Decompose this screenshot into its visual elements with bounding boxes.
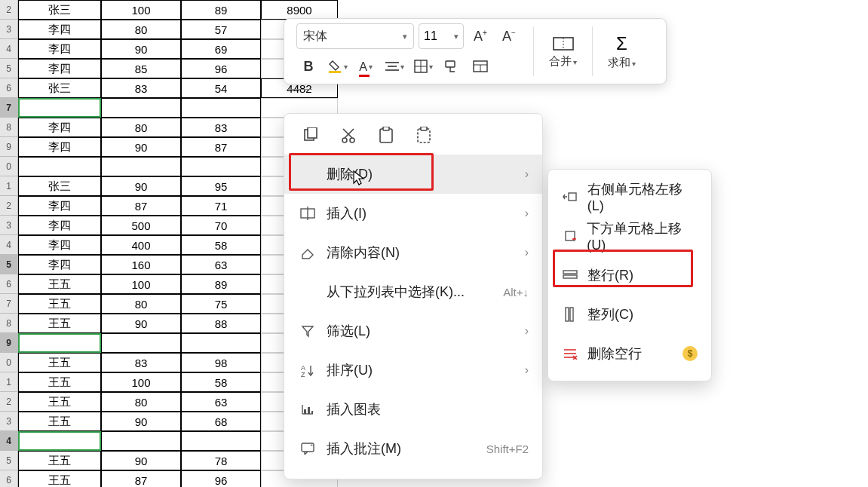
increase-font-button[interactable]: A+ [468, 24, 492, 48]
cell[interactable]: 500 [101, 216, 181, 235]
cell[interactable]: 90 [101, 314, 181, 333]
row-header[interactable]: 0 [0, 157, 18, 176]
copy-icon[interactable] [299, 124, 322, 147]
cell[interactable]: 83 [181, 118, 261, 137]
row-header[interactable]: 6 [0, 274, 18, 294]
cell[interactable]: 李四 [18, 216, 101, 235]
menu-dropdown-select[interactable]: 从下拉列表中选择(K)... Alt+↓ [284, 272, 542, 311]
row-header[interactable]: 2 [0, 392, 18, 412]
row-header[interactable]: 4 [0, 39, 18, 59]
menu-delete[interactable]: 删除(D) › [284, 155, 542, 194]
cell[interactable]: 100 [101, 0, 181, 20]
paste-special-icon[interactable] [413, 124, 435, 147]
paste-icon[interactable] [375, 124, 397, 147]
font-family-select[interactable]: 宋体 ▾ [296, 23, 414, 49]
cell[interactable] [101, 98, 181, 118]
row-header[interactable]: 4 [0, 431, 18, 451]
cell[interactable]: 87 [101, 196, 181, 216]
cell[interactable] [18, 98, 101, 118]
cell[interactable]: 63 [181, 255, 261, 274]
cell[interactable]: 98 [181, 353, 261, 372]
cell[interactable]: 100 [101, 274, 181, 294]
cell[interactable]: 李四 [18, 137, 101, 157]
cell[interactable] [18, 431, 101, 451]
cell[interactable]: 90 [101, 39, 181, 59]
cell[interactable]: 王五 [18, 392, 101, 412]
cell[interactable]: 87 [101, 470, 181, 487]
cell[interactable]: 王五 [18, 274, 101, 294]
autosum-button[interactable]: Σ 求和▾ [600, 23, 643, 79]
cell[interactable] [101, 333, 181, 353]
cell[interactable]: 87 [181, 137, 261, 157]
cell[interactable] [18, 333, 101, 353]
cell[interactable]: 400 [101, 235, 181, 255]
cell[interactable]: 王五 [18, 353, 101, 372]
border-button[interactable]: ▾ [411, 54, 435, 78]
cell[interactable]: 83 [101, 78, 181, 98]
row-header[interactable]: 1 [0, 372, 18, 392]
cell[interactable]: 80 [101, 392, 181, 412]
cell[interactable]: 李四 [18, 39, 101, 59]
cell[interactable]: 75 [181, 294, 261, 314]
cell[interactable]: 80 [101, 118, 181, 137]
cell[interactable]: 8900 [261, 0, 338, 20]
cell[interactable]: 69 [181, 39, 261, 59]
row-header[interactable]: 2 [0, 0, 18, 20]
row-header[interactable]: 7 [0, 98, 18, 118]
row-header[interactable]: 9 [0, 333, 18, 353]
cell[interactable]: 李四 [18, 118, 101, 137]
cell[interactable]: 80 [101, 294, 181, 314]
cell[interactable]: 张三 [18, 78, 101, 98]
font-size-select[interactable]: 11 ▾ [419, 23, 464, 49]
menu-insert[interactable]: 插入(I) › [284, 194, 542, 233]
row-header[interactable]: 5 [0, 59, 18, 78]
cell[interactable]: 90 [101, 176, 181, 196]
cell[interactable]: 王五 [18, 372, 101, 392]
cell-format-button[interactable] [468, 54, 492, 78]
cell[interactable]: 54 [181, 78, 261, 98]
row-header[interactable]: 1 [0, 176, 18, 196]
submenu-shift-left[interactable]: 右侧单元格左移(L) [548, 177, 711, 216]
row-header[interactable]: 8 [0, 118, 18, 137]
row-header[interactable]: 4 [0, 235, 18, 255]
menu-sort[interactable]: AZ 排序(U) › [284, 351, 542, 390]
submenu-entire-col[interactable]: 整列(C) [548, 295, 711, 334]
cell[interactable]: 71 [181, 196, 261, 216]
merge-button[interactable]: 合并▾ [541, 23, 584, 79]
cell[interactable]: 李四 [18, 255, 101, 274]
cell[interactable] [181, 98, 261, 118]
menu-filter[interactable]: 筛选(L) › [284, 311, 542, 351]
fill-color-button[interactable]: ▾ [325, 54, 349, 78]
font-color-button[interactable]: A ▾ [354, 54, 378, 78]
cell[interactable] [101, 157, 181, 176]
cell[interactable] [101, 431, 181, 451]
cell[interactable] [181, 157, 261, 176]
cell[interactable]: 78 [181, 451, 261, 470]
bold-button[interactable]: B [296, 54, 321, 78]
cell[interactable]: 张三 [18, 176, 101, 196]
cell[interactable]: 80 [101, 20, 181, 39]
cell[interactable] [181, 431, 261, 451]
row-header[interactable]: 3 [0, 216, 18, 235]
cell[interactable]: 160 [101, 255, 181, 274]
cell[interactable]: 89 [181, 0, 261, 20]
cut-icon[interactable] [337, 124, 360, 147]
row-header[interactable]: 5 [0, 451, 18, 470]
decrease-font-button[interactable]: A− [497, 24, 521, 48]
cell[interactable] [18, 157, 101, 176]
cell[interactable]: 58 [181, 235, 261, 255]
row-header[interactable]: 7 [0, 294, 18, 314]
cell[interactable]: 李四 [18, 20, 101, 39]
cell[interactable]: 96 [181, 470, 261, 487]
row-header[interactable]: 3 [0, 20, 18, 39]
cell[interactable]: 58 [181, 372, 261, 392]
cell[interactable]: 王五 [18, 314, 101, 333]
cell[interactable]: 李四 [18, 235, 101, 255]
submenu-entire-row[interactable]: 整行(R) [548, 256, 711, 295]
row-header[interactable]: 3 [0, 412, 18, 431]
format-painter-button[interactable] [440, 54, 464, 78]
cell[interactable]: 63 [181, 392, 261, 412]
submenu-delete-blank[interactable]: 删除空行 $ [548, 334, 711, 373]
row-header[interactable]: 5 [0, 255, 18, 274]
cell[interactable]: 王五 [18, 294, 101, 314]
